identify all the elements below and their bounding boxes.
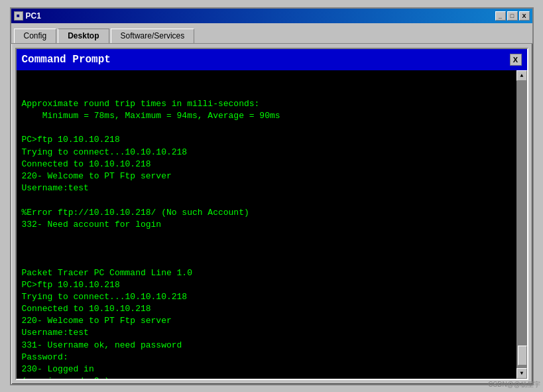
title-bar-left: ■ PC1 <box>14 11 41 21</box>
minimize-button[interactable]: _ <box>495 11 506 21</box>
window-title: PC1 <box>26 11 41 21</box>
close-button[interactable]: X <box>519 11 530 21</box>
cmd-close-button[interactable]: X <box>510 54 522 66</box>
scroll-track <box>517 81 527 368</box>
restore-button[interactable]: □ <box>507 11 518 21</box>
terminal-output: Approximate round trip times in milli-se… <box>22 98 511 379</box>
scroll-thumb[interactable] <box>518 346 527 365</box>
tab-config[interactable]: Config <box>14 29 57 43</box>
scroll-down-button[interactable]: ▼ <box>516 368 527 379</box>
scroll-up-button[interactable]: ▲ <box>516 70 527 81</box>
scrollbar[interactable]: ▲ ▼ <box>516 70 527 379</box>
terminal[interactable]: Approximate round trip times in milli-se… <box>17 70 516 379</box>
title-bar-buttons: _ □ X <box>495 11 530 21</box>
terminal-wrapper: Approximate round trip times in milli-se… <box>17 70 527 379</box>
inner-frame: Command Prompt X Approximate round trip … <box>15 48 528 380</box>
window-icon: ■ <box>14 11 23 21</box>
tab-software-services[interactable]: Software/Services <box>111 29 195 43</box>
tabs-bar: Config Desktop Software/Services <box>11 23 532 43</box>
cmd-title: Command Prompt <box>22 54 111 66</box>
main-window: ■ PC1 _ □ X Config Desktop Software/Serv… <box>10 7 534 385</box>
tab-desktop[interactable]: Desktop <box>58 29 109 43</box>
content-area: Command Prompt X Approximate round trip … <box>11 44 532 384</box>
title-bar: ■ PC1 _ □ X <box>11 9 532 23</box>
cmd-title-bar: Command Prompt X <box>17 49 527 70</box>
watermark: CSDN@@杨星宇 <box>488 380 540 389</box>
